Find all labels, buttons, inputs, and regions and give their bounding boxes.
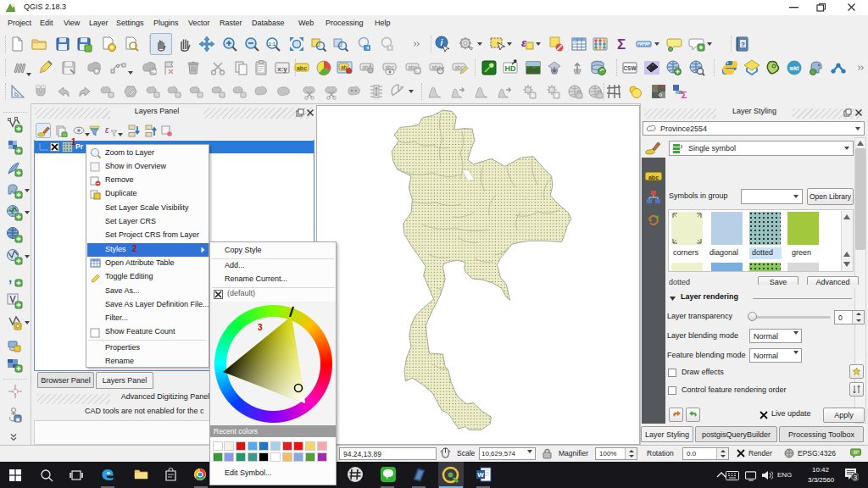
svg-text:CSW: CSW [623, 65, 637, 71]
svg-text:,: , [8, 270, 12, 285]
svg-text:ab: ab [341, 64, 348, 70]
svg-text:abc: abc [431, 64, 441, 70]
svg-text:abc: abc [297, 65, 307, 71]
svg-text:1:1: 1:1 [269, 42, 276, 47]
svg-text:W: W [477, 471, 484, 479]
svg-text:wkt: wkt [789, 65, 800, 71]
svg-text:abc: abc [648, 175, 659, 180]
svg-text:Σ: Σ [617, 36, 626, 53]
svg-text:Σ: Σ [682, 90, 687, 100]
svg-text:?: ? [741, 41, 745, 48]
svg-text:abc: abc [385, 64, 394, 70]
svg-text:▣: ▣ [15, 417, 20, 422]
svg-text:HD: HD [505, 64, 516, 73]
svg-text:3: 3 [854, 474, 858, 481]
svg-text:x:y: x:y [277, 65, 287, 73]
svg-text:ε: ε [105, 125, 109, 135]
